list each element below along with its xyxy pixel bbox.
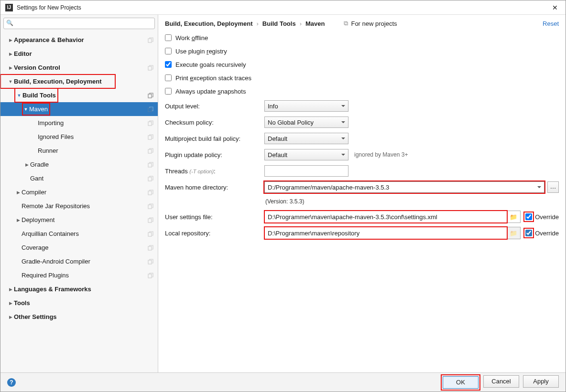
- copy-icon: [147, 203, 154, 210]
- crumb-buildtools[interactable]: Build Tools: [262, 20, 296, 27]
- copy-icon: [147, 189, 154, 196]
- copy-icon: [147, 258, 154, 265]
- tree-runner[interactable]: Runner: [0, 144, 158, 158]
- search-box: 🔍: [3, 18, 155, 29]
- tree-gac[interactable]: Gradle-Android Compiler: [0, 254, 158, 268]
- tree-langfw[interactable]: ▶Languages & Frameworks: [0, 282, 158, 296]
- multiproject-fail-combo[interactable]: Default: [264, 133, 348, 144]
- reset-link[interactable]: Reset: [543, 20, 559, 27]
- checksum-policy-label: Checksum policy:: [165, 119, 264, 126]
- copy-icon: [147, 37, 154, 43]
- maven-home-label: Maven home directory:: [165, 184, 264, 191]
- tree-vcs[interactable]: ▶Version Control: [0, 61, 158, 74]
- svg-rect-7: [148, 163, 152, 167]
- plugin-update-label: Plugin update policy:: [165, 151, 264, 159]
- window-title: Settings for New Projects: [17, 4, 549, 11]
- tree-ignored[interactable]: Ignored Files: [0, 130, 158, 144]
- print-exception-label: Print exception stack traces: [175, 74, 251, 82]
- tree-coverage[interactable]: Coverage: [0, 241, 158, 254]
- folder-icon[interactable]: 📁: [507, 230, 520, 237]
- tree-other[interactable]: ▶Other Settings: [0, 310, 158, 324]
- svg-rect-6: [148, 149, 152, 153]
- svg-rect-1: [148, 66, 152, 70]
- titlebar: IJ Settings for New Projects ✕: [0, 0, 566, 15]
- copy-icon: [147, 272, 154, 279]
- tree-tools[interactable]: ▶Tools: [0, 296, 158, 310]
- tree-importing[interactable]: Importing: [0, 116, 158, 130]
- breadcrumb: Build, Execution, Deployment› Build Tool…: [158, 15, 566, 31]
- local-repo-input[interactable]: [265, 227, 507, 239]
- tree-maven[interactable]: ▼Maven ▼Maven: [0, 102, 158, 116]
- tree-gradle[interactable]: ▶Gradle: [0, 158, 158, 171]
- svg-rect-10: [148, 205, 152, 209]
- close-icon[interactable]: ✕: [549, 4, 561, 11]
- settings-tree: ▶Appearance & Behavior ▶Editor ▶Version …: [0, 32, 158, 372]
- tree-editor[interactable]: ▶Editor: [0, 47, 158, 61]
- maven-home-browse-button[interactable]: …: [547, 181, 559, 193]
- svg-rect-11: [148, 219, 152, 222]
- always-update-check[interactable]: [165, 88, 172, 95]
- copy-icon: [147, 231, 154, 237]
- svg-rect-3: [148, 108, 152, 112]
- search-input[interactable]: [3, 18, 155, 29]
- tree-reqplug[interactable]: Required Plugins: [0, 268, 158, 282]
- work-offline-label: Work offline: [175, 34, 208, 42]
- svg-rect-2: [148, 94, 152, 98]
- svg-rect-0: [148, 39, 152, 42]
- copy-icon: [147, 92, 154, 99]
- svg-rect-15: [148, 274, 152, 278]
- user-settings-label: User settings file:: [165, 213, 264, 221]
- print-exception-check[interactable]: [165, 74, 172, 81]
- execute-goals-check[interactable]: [165, 61, 172, 68]
- copy-icon: [147, 134, 154, 140]
- use-plugin-registry-label: Use plugin registry: [175, 48, 227, 55]
- user-settings-input[interactable]: [265, 211, 507, 222]
- main-panel: Build, Execution, Deployment› Build Tool…: [158, 15, 566, 372]
- tree-gant[interactable]: Gant: [0, 171, 158, 185]
- copy-icon: ⧉: [344, 20, 348, 27]
- tree-arq[interactable]: Arquillian Containers: [0, 227, 158, 241]
- tree-remotejar[interactable]: Remote Jar Repositories: [0, 199, 158, 213]
- tree-buildtools[interactable]: ▼Build Tools: [15, 88, 58, 102]
- tree-compiler[interactable]: ▶Compiler: [0, 185, 158, 199]
- plugin-update-combo[interactable]: Default: [264, 149, 348, 160]
- copy-icon: [147, 64, 154, 71]
- copy-icon: [147, 106, 154, 113]
- tree-bed[interactable]: ▼Build, Execution, Deployment: [0, 74, 115, 88]
- svg-rect-12: [148, 233, 152, 236]
- threads-input[interactable]: [264, 165, 348, 177]
- folder-icon[interactable]: 📁: [507, 213, 520, 221]
- maven-version-label: (Version: 3.5.3): [264, 195, 559, 209]
- svg-rect-14: [148, 260, 152, 264]
- maven-home-combo[interactable]: D:/Programmer/maven/apache-maven-3.5.3: [264, 181, 544, 193]
- cancel-button[interactable]: Cancel: [483, 375, 519, 388]
- work-offline-check[interactable]: [165, 34, 172, 41]
- svg-rect-4: [148, 122, 152, 126]
- scope-hint: ⧉For new projects: [344, 20, 397, 27]
- always-update-label: Always update snapshots: [175, 88, 246, 95]
- copy-icon: [147, 161, 154, 168]
- output-level-label: Output level:: [165, 103, 264, 110]
- output-level-combo[interactable]: Info: [264, 100, 348, 112]
- crumb-maven: Maven: [305, 20, 325, 27]
- checksum-policy-combo[interactable]: No Global Policy: [264, 117, 348, 128]
- local-repo-override-check[interactable]: [525, 230, 532, 236]
- maven-form: Work offline Use plugin registry Execute…: [158, 31, 566, 372]
- use-plugin-registry-check[interactable]: [165, 48, 172, 54]
- tree-deployment[interactable]: ▶Deployment: [0, 213, 158, 227]
- execute-goals-label: Execute goals recursively: [175, 61, 246, 68]
- local-repo-field-wrapper: 📁: [264, 227, 521, 239]
- override-label: Override: [535, 213, 559, 221]
- dialog-footer: ? OK Cancel Apply: [0, 372, 566, 392]
- settings-sidebar: 🔍 ▶Appearance & Behavior ▶Editor ▶Versio…: [0, 15, 158, 372]
- apply-button[interactable]: Apply: [523, 375, 559, 388]
- threads-label: Threads (-T option):: [165, 168, 264, 175]
- ok-button[interactable]: OK: [443, 376, 479, 389]
- user-settings-override-check[interactable]: [525, 213, 532, 220]
- copy-icon: [147, 148, 154, 154]
- help-icon[interactable]: ?: [7, 378, 16, 387]
- svg-rect-13: [148, 246, 152, 250]
- tree-appearance[interactable]: ▶Appearance & Behavior: [0, 33, 158, 47]
- crumb-bed[interactable]: Build, Execution, Deployment: [165, 20, 252, 27]
- copy-icon: [147, 120, 154, 127]
